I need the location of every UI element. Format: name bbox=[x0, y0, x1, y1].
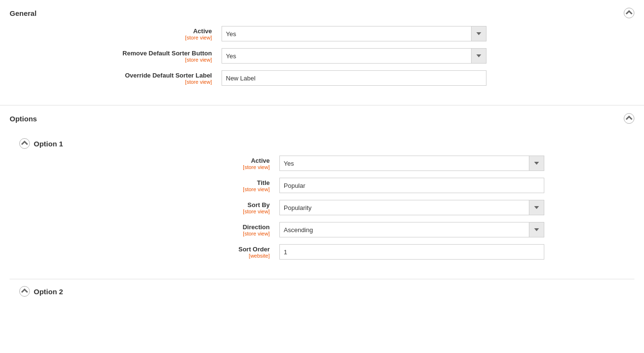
remove-sorter-label-group: Remove Default Sorter Button [store view… bbox=[106, 50, 212, 63]
option1-block: Option 1 Active [store view] Yes No bbox=[10, 131, 634, 279]
general-section: General Active [store view] Yes No bbox=[0, 0, 644, 105]
option1-sortorder-row: Sort Order [website] bbox=[10, 244, 634, 260]
remove-sorter-select[interactable]: Yes No bbox=[222, 48, 471, 64]
option1-direction-label-group: Direction [store view] bbox=[183, 223, 270, 236]
option1-active-label: Active bbox=[183, 157, 270, 164]
active-select-arrow[interactable] bbox=[471, 26, 486, 41]
option1-direction-sub-label: [store view] bbox=[183, 231, 270, 236]
option1-sortby-control: Popularity Price Name Newest bbox=[279, 200, 544, 215]
option1-sortby-select[interactable]: Popularity Price Name Newest bbox=[279, 200, 529, 215]
remove-sorter-control: Yes No bbox=[222, 48, 486, 64]
option1-title-control bbox=[279, 178, 544, 193]
option1-direction-row: Direction [store view] Ascending Descend… bbox=[10, 222, 634, 237]
active-select-wrapper: Yes No bbox=[222, 26, 486, 41]
active-sub-label: [store view] bbox=[106, 35, 212, 40]
remove-sorter-row: Remove Default Sorter Button [store view… bbox=[10, 48, 634, 64]
option1-direction-select[interactable]: Ascending Descending bbox=[279, 222, 529, 237]
option1-direction-select-wrapper: Ascending Descending bbox=[279, 222, 544, 237]
option1-sortby-row: Sort By [store view] Popularity Price Na… bbox=[10, 200, 634, 215]
options-section-header[interactable]: Options bbox=[10, 105, 634, 131]
option1-active-arrow[interactable] bbox=[529, 156, 544, 171]
option1-sortby-sub-label: [store view] bbox=[183, 209, 270, 214]
active-label-group: Active [store view] bbox=[106, 27, 212, 40]
option1-sortby-label-group: Sort By [store view] bbox=[183, 201, 270, 214]
override-sub-label: [store view] bbox=[106, 79, 212, 85]
override-label: Override Default Sorter Label bbox=[106, 72, 212, 79]
general-section-header[interactable]: General bbox=[10, 0, 634, 26]
option2-block: Option 2 bbox=[10, 279, 634, 313]
option1-title-row: Title [store view] bbox=[10, 178, 634, 193]
option2-collapse-icon[interactable] bbox=[19, 286, 30, 297]
options-collapse-icon[interactable] bbox=[624, 113, 634, 124]
option1-sortorder-label: Sort Order bbox=[183, 246, 270, 253]
active-row: Active [store view] Yes No bbox=[10, 26, 634, 41]
override-control bbox=[222, 70, 486, 86]
option1-title-input[interactable] bbox=[279, 178, 544, 193]
option1-active-control: Yes No bbox=[279, 156, 544, 171]
option1-active-sub-label: [store view] bbox=[183, 164, 270, 170]
option1-title-label: Title bbox=[183, 179, 270, 186]
override-label-row: Override Default Sorter Label [store vie… bbox=[10, 70, 634, 86]
option1-sortby-select-wrapper: Popularity Price Name Newest bbox=[279, 200, 544, 215]
general-collapse-icon[interactable] bbox=[624, 8, 634, 18]
remove-sorter-select-arrow[interactable] bbox=[471, 48, 486, 64]
option1-sortorder-label-group: Sort Order [website] bbox=[183, 246, 270, 259]
active-control: Yes No bbox=[222, 26, 486, 41]
option1-sortby-arrow[interactable] bbox=[529, 200, 544, 215]
option1-title-label-group: Title [store view] bbox=[183, 179, 270, 192]
option1-form: Active [store view] Yes No bbox=[10, 156, 634, 260]
option1-sortorder-sub-label: [website] bbox=[183, 253, 270, 259]
option1-header[interactable]: Option 1 bbox=[10, 131, 634, 156]
override-input[interactable] bbox=[222, 70, 486, 86]
option1-sortorder-control bbox=[279, 244, 544, 260]
option1-sortorder-input[interactable] bbox=[279, 244, 544, 260]
option1-direction-arrow[interactable] bbox=[529, 222, 544, 237]
override-label-group: Override Default Sorter Label [store vie… bbox=[106, 72, 212, 85]
remove-sorter-sub-label: [store view] bbox=[106, 57, 212, 63]
remove-sorter-select-wrapper: Yes No bbox=[222, 48, 486, 64]
general-title: General bbox=[10, 9, 37, 17]
option1-active-label-group: Active [store view] bbox=[183, 157, 270, 170]
option1-sortby-label: Sort By bbox=[183, 201, 270, 209]
option1-active-select[interactable]: Yes No bbox=[279, 156, 529, 171]
option1-active-select-wrapper: Yes No bbox=[279, 156, 544, 171]
option2-title: Option 2 bbox=[34, 288, 63, 296]
option1-title-sub-label: [store view] bbox=[183, 186, 270, 192]
remove-sorter-label: Remove Default Sorter Button bbox=[106, 50, 212, 57]
option1-active-row: Active [store view] Yes No bbox=[10, 156, 634, 171]
options-section: Options Option 1 Active [store view] bbox=[0, 105, 644, 313]
option1-title: Option 1 bbox=[34, 140, 63, 148]
option1-collapse-icon[interactable] bbox=[19, 138, 30, 149]
option1-direction-label: Direction bbox=[183, 223, 270, 231]
option1-direction-control: Ascending Descending bbox=[279, 222, 544, 237]
active-select[interactable]: Yes No bbox=[222, 26, 471, 41]
option2-header[interactable]: Option 2 bbox=[10, 279, 634, 303]
options-title: Options bbox=[10, 115, 37, 123]
active-label: Active bbox=[106, 27, 212, 35]
